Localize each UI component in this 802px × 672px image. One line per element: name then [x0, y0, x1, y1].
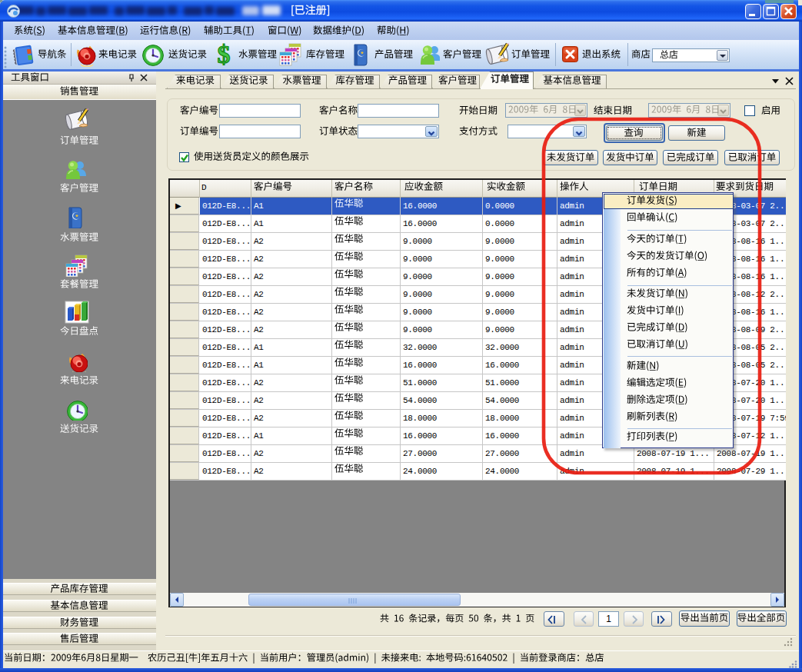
svg-text:$: $	[218, 42, 231, 67]
